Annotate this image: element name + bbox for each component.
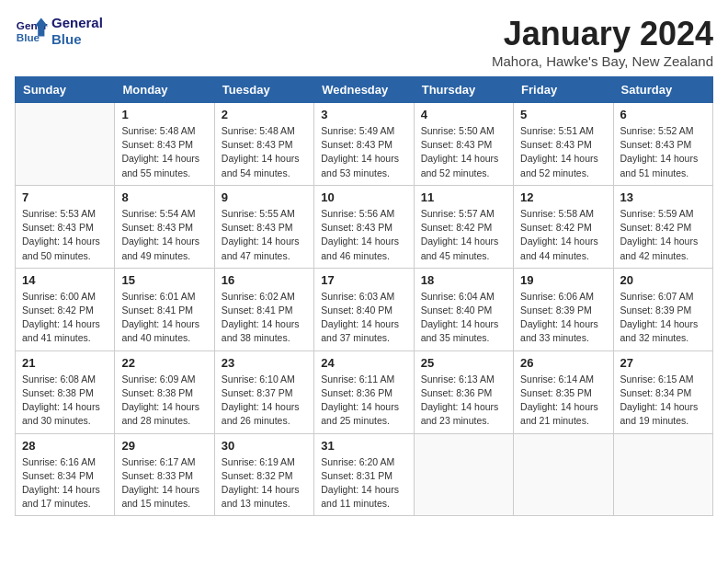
calendar-cell: 5Sunrise: 5:51 AM Sunset: 8:43 PM Daylig… xyxy=(514,103,613,186)
day-info: Sunrise: 6:06 AM Sunset: 8:39 PM Dayligh… xyxy=(520,290,606,346)
calendar-cell xyxy=(514,433,613,516)
calendar-week-row: 1Sunrise: 5:48 AM Sunset: 8:43 PM Daylig… xyxy=(16,103,713,186)
day-info: Sunrise: 5:51 AM Sunset: 8:43 PM Dayligh… xyxy=(520,124,606,180)
calendar-cell: 14Sunrise: 6:00 AM Sunset: 8:42 PM Dayli… xyxy=(16,268,115,350)
logo: General Blue General Blue xyxy=(15,15,103,48)
day-number: 10 xyxy=(321,190,406,204)
day-number: 22 xyxy=(121,356,207,370)
day-number: 12 xyxy=(520,190,606,204)
day-info: Sunrise: 5:58 AM Sunset: 8:42 PM Dayligh… xyxy=(520,207,606,263)
day-info: Sunrise: 5:56 AM Sunset: 8:43 PM Dayligh… xyxy=(321,207,406,263)
day-info: Sunrise: 6:16 AM Sunset: 8:34 PM Dayligh… xyxy=(22,455,108,511)
calendar-cell: 24Sunrise: 6:11 AM Sunset: 8:36 PM Dayli… xyxy=(314,350,414,433)
calendar-cell: 28Sunrise: 6:16 AM Sunset: 8:34 PM Dayli… xyxy=(16,433,115,516)
calendar-cell: 22Sunrise: 6:09 AM Sunset: 8:38 PM Dayli… xyxy=(115,350,214,433)
day-number: 26 xyxy=(520,356,606,370)
calendar-cell: 9Sunrise: 5:55 AM Sunset: 8:43 PM Daylig… xyxy=(214,185,313,268)
day-number: 17 xyxy=(321,273,406,287)
day-info: Sunrise: 5:55 AM Sunset: 8:43 PM Dayligh… xyxy=(222,207,307,263)
day-info: Sunrise: 6:08 AM Sunset: 8:38 PM Dayligh… xyxy=(22,373,108,429)
col-header-wednesday: Wednesday xyxy=(314,77,414,103)
day-number: 27 xyxy=(620,356,706,370)
col-header-friday: Friday xyxy=(514,77,613,103)
day-number: 24 xyxy=(321,356,406,370)
day-number: 25 xyxy=(421,356,506,370)
day-info: Sunrise: 6:19 AM Sunset: 8:32 PM Dayligh… xyxy=(222,455,307,511)
day-number: 11 xyxy=(421,190,506,204)
day-number: 31 xyxy=(321,439,406,453)
day-number: 13 xyxy=(620,190,706,204)
calendar-cell: 1Sunrise: 5:48 AM Sunset: 8:43 PM Daylig… xyxy=(115,103,214,186)
calendar-table: SundayMondayTuesdayWednesdayThursdayFrid… xyxy=(15,76,713,516)
day-number: 4 xyxy=(421,108,506,121)
day-number: 9 xyxy=(222,190,307,204)
col-header-thursday: Thursday xyxy=(414,77,513,103)
day-info: Sunrise: 6:07 AM Sunset: 8:39 PM Dayligh… xyxy=(620,290,706,346)
day-info: Sunrise: 5:49 AM Sunset: 8:43 PM Dayligh… xyxy=(321,124,406,180)
day-number: 15 xyxy=(121,273,207,287)
calendar-week-row: 21Sunrise: 6:08 AM Sunset: 8:38 PM Dayli… xyxy=(16,350,713,433)
day-number: 18 xyxy=(421,273,506,287)
day-info: Sunrise: 6:20 AM Sunset: 8:31 PM Dayligh… xyxy=(321,455,406,511)
svg-text:Blue: Blue xyxy=(17,31,40,43)
calendar-cell: 12Sunrise: 5:58 AM Sunset: 8:42 PM Dayli… xyxy=(514,185,613,268)
page-header: General Blue General Blue January 2024 M… xyxy=(15,15,713,69)
calendar-cell: 2Sunrise: 5:48 AM Sunset: 8:43 PM Daylig… xyxy=(214,103,313,186)
day-info: Sunrise: 6:03 AM Sunset: 8:40 PM Dayligh… xyxy=(321,290,406,346)
calendar-cell xyxy=(16,103,115,186)
calendar-cell: 27Sunrise: 6:15 AM Sunset: 8:34 PM Dayli… xyxy=(613,350,712,433)
day-number: 23 xyxy=(222,356,307,370)
col-header-tuesday: Tuesday xyxy=(214,77,313,103)
day-number: 29 xyxy=(121,439,207,453)
day-info: Sunrise: 6:09 AM Sunset: 8:38 PM Dayligh… xyxy=(121,373,207,429)
calendar-cell: 23Sunrise: 6:10 AM Sunset: 8:37 PM Dayli… xyxy=(214,350,313,433)
day-number: 6 xyxy=(620,108,706,121)
calendar-cell: 10Sunrise: 5:56 AM Sunset: 8:43 PM Dayli… xyxy=(314,185,414,268)
day-info: Sunrise: 5:59 AM Sunset: 8:42 PM Dayligh… xyxy=(620,207,706,263)
title-block: January 2024 Mahora, Hawke's Bay, New Ze… xyxy=(492,15,713,69)
day-info: Sunrise: 6:13 AM Sunset: 8:36 PM Dayligh… xyxy=(421,373,506,429)
day-info: Sunrise: 5:48 AM Sunset: 8:43 PM Dayligh… xyxy=(121,124,207,180)
calendar-cell: 29Sunrise: 6:17 AM Sunset: 8:33 PM Dayli… xyxy=(115,433,214,516)
calendar-cell xyxy=(613,433,712,516)
calendar-cell: 6Sunrise: 5:52 AM Sunset: 8:43 PM Daylig… xyxy=(613,103,712,186)
calendar-cell: 19Sunrise: 6:06 AM Sunset: 8:39 PM Dayli… xyxy=(514,268,613,350)
calendar-cell: 3Sunrise: 5:49 AM Sunset: 8:43 PM Daylig… xyxy=(314,103,414,186)
day-number: 5 xyxy=(520,108,606,121)
calendar-cell: 31Sunrise: 6:20 AM Sunset: 8:31 PM Dayli… xyxy=(314,433,414,516)
day-info: Sunrise: 6:11 AM Sunset: 8:36 PM Dayligh… xyxy=(321,373,406,429)
day-info: Sunrise: 6:17 AM Sunset: 8:33 PM Dayligh… xyxy=(121,455,207,511)
logo-icon: General Blue xyxy=(15,15,48,48)
day-number: 30 xyxy=(222,439,307,453)
day-info: Sunrise: 5:48 AM Sunset: 8:43 PM Dayligh… xyxy=(222,124,307,180)
calendar-cell: 8Sunrise: 5:54 AM Sunset: 8:43 PM Daylig… xyxy=(115,185,214,268)
calendar-cell: 7Sunrise: 5:53 AM Sunset: 8:43 PM Daylig… xyxy=(16,185,115,268)
calendar-header-row: SundayMondayTuesdayWednesdayThursdayFrid… xyxy=(16,77,713,103)
day-number: 21 xyxy=(22,356,108,370)
location-subtitle: Mahora, Hawke's Bay, New Zealand xyxy=(492,53,713,69)
day-number: 3 xyxy=(321,108,406,121)
day-number: 8 xyxy=(121,190,207,204)
day-number: 1 xyxy=(121,108,207,121)
calendar-cell: 30Sunrise: 6:19 AM Sunset: 8:32 PM Dayli… xyxy=(214,433,313,516)
calendar-week-row: 7Sunrise: 5:53 AM Sunset: 8:43 PM Daylig… xyxy=(16,185,713,268)
day-info: Sunrise: 5:54 AM Sunset: 8:43 PM Dayligh… xyxy=(121,207,207,263)
day-info: Sunrise: 6:14 AM Sunset: 8:35 PM Dayligh… xyxy=(520,373,606,429)
calendar-cell: 20Sunrise: 6:07 AM Sunset: 8:39 PM Dayli… xyxy=(613,268,712,350)
col-header-saturday: Saturday xyxy=(613,77,712,103)
calendar-cell: 26Sunrise: 6:14 AM Sunset: 8:35 PM Dayli… xyxy=(514,350,613,433)
day-number: 20 xyxy=(620,273,706,287)
calendar-cell: 16Sunrise: 6:02 AM Sunset: 8:41 PM Dayli… xyxy=(214,268,313,350)
calendar-cell: 17Sunrise: 6:03 AM Sunset: 8:40 PM Dayli… xyxy=(314,268,414,350)
day-info: Sunrise: 6:02 AM Sunset: 8:41 PM Dayligh… xyxy=(222,290,307,346)
calendar-cell: 21Sunrise: 6:08 AM Sunset: 8:38 PM Dayli… xyxy=(16,350,115,433)
day-info: Sunrise: 5:52 AM Sunset: 8:43 PM Dayligh… xyxy=(620,124,706,180)
day-number: 28 xyxy=(22,439,108,453)
calendar-cell: 13Sunrise: 5:59 AM Sunset: 8:42 PM Dayli… xyxy=(613,185,712,268)
day-info: Sunrise: 5:50 AM Sunset: 8:43 PM Dayligh… xyxy=(421,124,506,180)
calendar-cell: 11Sunrise: 5:57 AM Sunset: 8:42 PM Dayli… xyxy=(414,185,513,268)
day-info: Sunrise: 6:15 AM Sunset: 8:34 PM Dayligh… xyxy=(620,373,706,429)
day-number: 7 xyxy=(22,190,108,204)
day-info: Sunrise: 6:00 AM Sunset: 8:42 PM Dayligh… xyxy=(22,290,108,346)
col-header-sunday: Sunday xyxy=(16,77,115,103)
